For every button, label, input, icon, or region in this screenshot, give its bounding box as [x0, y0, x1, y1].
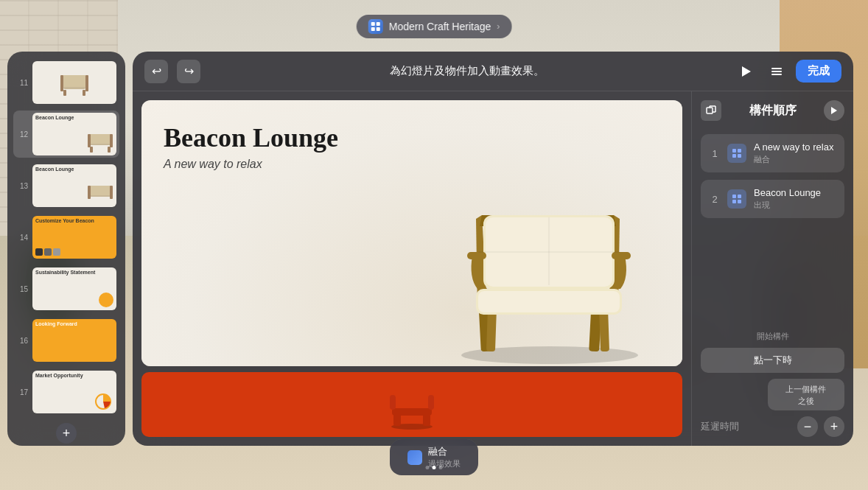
animation-panel-title: 構件順序	[721, 103, 824, 119]
slide-main-subtitle: A new way to relax	[164, 158, 262, 171]
slide-thumbnail-12: Beacon Lounge	[32, 113, 116, 155]
app-title: Modern Craft Heritage	[389, 21, 491, 32]
transition-icon	[407, 450, 422, 465]
anim-item-content-1: A new way to relax 融合	[754, 141, 836, 165]
svg-rect-13	[110, 134, 113, 147]
svg-rect-18	[88, 186, 91, 199]
animation-header: 構件順序	[701, 100, 844, 127]
animation-panel: 構件順序 1	[691, 91, 853, 446]
svg-rect-19	[110, 186, 113, 199]
forward-icon: ↪	[184, 64, 194, 78]
sidebar-item-slide-17[interactable]: 17 Market Opportunity	[13, 368, 119, 416]
main-panel: ↩ ↪ 為幻燈片及物件加入動畫效果。 完成	[133, 52, 853, 446]
svg-rect-45	[707, 108, 713, 113]
anim-item-num-2: 2	[710, 194, 720, 205]
delay-minus-button[interactable]: −	[797, 416, 818, 437]
trigger-button[interactable]: 點一下時	[701, 348, 844, 373]
back-button[interactable]: ↩	[144, 60, 168, 83]
svg-rect-7	[85, 75, 88, 91]
slide-canvas: Beacon Lounge A new way to relax	[133, 91, 691, 446]
slide-bottom-thumbnail	[141, 372, 682, 437]
animation-item-2[interactable]: 2 Beacon Lounge 出現	[701, 180, 844, 218]
animation-item-1[interactable]: 1 A new way to relax 融合	[701, 134, 844, 172]
slide-thumbnail-13: Beacon Lounge	[32, 164, 116, 207]
add-slide-button[interactable]: +	[56, 423, 77, 444]
svg-rect-43	[390, 395, 396, 410]
delay-controls: − +	[797, 416, 844, 437]
after-button[interactable]: 上一個構件 之後	[768, 379, 845, 410]
svg-rect-44	[428, 395, 434, 410]
svg-marker-21	[742, 66, 751, 77]
svg-rect-2	[371, 27, 375, 31]
svg-rect-3	[377, 27, 380, 31]
pagination-dots	[426, 466, 443, 469]
done-button[interactable]: 完成	[796, 60, 841, 83]
svg-rect-33	[478, 291, 620, 312]
chair-illustration	[417, 160, 682, 366]
panel-title: 為幻燈片及物件加入動畫效果。	[200, 64, 734, 78]
slide-thumbnail-16: Looking Forward	[32, 319, 116, 362]
plus-icon: +	[63, 426, 71, 441]
sidebar-item-slide-13[interactable]: 13 Beacon Lounge	[13, 162, 119, 209]
sidebar-item-slide-15[interactable]: 15 Sustainability Statement	[13, 265, 119, 312]
svg-rect-14	[90, 147, 93, 153]
anim-item-content-2: Beacon Lounge 出現	[754, 187, 836, 211]
chevron-icon: ›	[497, 21, 500, 32]
header-action-buttons: 完成	[734, 60, 841, 83]
slide-num-16: 16	[16, 337, 28, 345]
back-icon: ↩	[152, 64, 161, 78]
delay-label: 延遲時間	[701, 420, 739, 433]
app-icon	[368, 19, 383, 34]
dot-2	[433, 466, 436, 469]
anim-item-num-1: 1	[710, 148, 720, 159]
svg-rect-12	[88, 134, 91, 147]
top-bar[interactable]: Modern Craft Heritage ›	[357, 15, 512, 38]
svg-rect-55	[732, 195, 736, 198]
svg-rect-53	[732, 154, 736, 158]
anim-item-icon-2	[727, 189, 746, 209]
after-label: 上一個構件 之後	[785, 385, 826, 405]
slide-num-13: 13	[16, 182, 28, 190]
slide-num-17: 17	[16, 388, 28, 396]
svg-rect-34	[467, 252, 486, 259]
delay-plus-button[interactable]: +	[824, 416, 844, 437]
svg-rect-52	[738, 149, 741, 153]
animation-play-button[interactable]	[824, 100, 844, 121]
slide-thumbnail-17: Market Opportunity	[32, 371, 116, 413]
delay-row: 延遲時間 − +	[701, 416, 844, 437]
svg-rect-5	[62, 75, 87, 87]
sidebar-item-slide-11[interactable]: 11	[13, 59, 119, 106]
sidebar-item-slide-14[interactable]: 14 Customize Your Beacon	[13, 214, 119, 261]
slide-num-12: 12	[16, 130, 28, 139]
slide-main-title: Beacon Lounge	[164, 122, 338, 153]
animation-back-button[interactable]	[701, 100, 721, 121]
svg-rect-51	[732, 149, 736, 153]
svg-rect-1	[377, 22, 380, 26]
transition-label: 融合	[428, 445, 461, 458]
svg-rect-54	[738, 154, 741, 158]
svg-rect-15	[108, 147, 111, 153]
slide-num-11: 11	[16, 79, 28, 87]
red-chair-thumbnail	[382, 379, 441, 430]
svg-rect-56	[738, 195, 741, 198]
play-button[interactable]	[734, 60, 757, 83]
svg-marker-50	[831, 107, 837, 114]
dot-3	[439, 466, 443, 469]
svg-rect-35	[612, 252, 631, 259]
slide-thumbnail-15: Sustainability Statement	[32, 267, 116, 310]
anim-item-title-1: A new way to relax	[754, 141, 836, 153]
svg-rect-42	[423, 414, 430, 426]
after-row: 上一個構件 之後	[701, 379, 844, 410]
forward-button[interactable]: ↪	[177, 60, 200, 83]
svg-rect-24	[771, 74, 782, 75]
svg-rect-23	[771, 71, 782, 72]
sidebar-item-slide-16[interactable]: 16 Looking Forward	[13, 317, 119, 364]
svg-rect-0	[371, 22, 375, 26]
bottom-pill[interactable]: 融合 過場效果	[390, 439, 478, 475]
svg-rect-39	[393, 390, 430, 410]
sidebar-item-slide-12[interactable]: 12 Beacon Lounge	[13, 111, 119, 158]
slide-thumbnail-14: Customize Your Beacon	[32, 216, 116, 259]
list-button[interactable]	[765, 60, 788, 83]
dot-1	[426, 466, 430, 469]
panel-body: Beacon Lounge A new way to relax	[133, 91, 853, 446]
